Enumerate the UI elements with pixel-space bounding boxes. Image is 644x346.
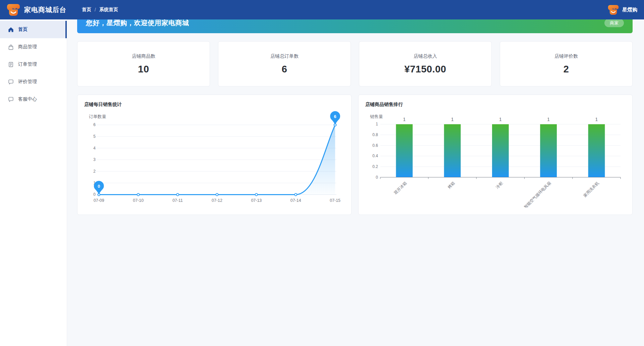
svg-text:冷柜: 冷柜 [495,181,504,190]
svg-text:1: 1 [499,117,502,122]
breadcrumb-current[interactable]: 系统首页 [99,7,118,13]
svg-text:0: 0 [98,184,100,189]
svg-text:销售量: 销售量 [370,114,383,119]
breadcrumb-separator: / [95,7,96,12]
charts-row: 店铺每日销售统计 订单数量012345607-0907-1007-1107-12… [77,95,633,215]
svg-text:0.6: 0.6 [372,143,378,148]
user-menu[interactable]: 星熠购 [608,5,637,15]
app-title: 家电商城后台 [24,5,66,14]
bar-chart-svg: 销售量00.20.40.60.811双开冰箱1烤箱1冷柜1智能空气循环电风扇1家… [365,110,626,208]
line-chart-svg: 订单数量012345607-0907-1007-1107-1207-1307-1… [84,110,344,208]
sidebar-item-label: 客服中心 [18,96,37,102]
stats-row: 店铺商品数 10 店铺总订单数 6 店铺总收入 ¥7150.00 店铺评价数 2 [77,41,633,86]
svg-text:6: 6 [93,122,96,127]
sidebar: 首页 商品管理 订单管理 评价管理 [0,19,67,346]
stat-card-revenue: 店铺总收入 ¥7150.00 [359,41,492,86]
stat-label: 店铺总收入 [414,53,437,59]
svg-text:1: 1 [376,122,378,127]
top-navbar: 家电商城后台 首页 / 系统首页 星熠购 [0,0,644,19]
storefront-logo-icon [7,4,20,16]
svg-text:4: 4 [93,146,96,151]
stat-label: 店铺总订单数 [270,53,299,59]
svg-text:1: 1 [451,117,454,122]
svg-text:07-10: 07-10 [133,198,144,203]
username: 星熠购 [622,7,637,13]
svg-text:0.8: 0.8 [372,132,378,137]
sidebar-item-label: 评价管理 [18,79,37,85]
sidebar-item-home[interactable]: 首页 [0,21,67,38]
svg-text:2: 2 [93,169,96,174]
daily-sales-chart-card: 店铺每日销售统计 订单数量012345607-0907-1007-1107-12… [77,95,352,215]
svg-text:5: 5 [93,134,96,139]
stat-value: 10 [138,64,149,75]
sidebar-item-support[interactable]: 客服中心 [0,91,67,108]
svg-text:0.2: 0.2 [372,164,378,169]
svg-text:07-09: 07-09 [94,198,104,203]
merchant-badge: 商家 [604,19,624,27]
chart-title: 店铺每日销售统计 [84,102,344,108]
svg-text:07-14: 07-14 [290,198,301,203]
comment-icon [8,79,14,85]
svg-text:0.4: 0.4 [372,154,378,158]
stat-value: ¥7150.00 [405,64,446,75]
svg-text:3: 3 [93,157,96,162]
sidebar-item-products[interactable]: 商品管理 [0,38,67,56]
svg-text:智能空气循环电风扇: 智能空气循环电风扇 [523,181,552,208]
svg-text:07-11: 07-11 [172,198,183,203]
document-icon [8,62,14,67]
chart-title: 店铺商品销售排行 [365,102,626,108]
sidebar-item-reviews[interactable]: 评价管理 [0,73,67,91]
svg-text:07-15: 07-15 [330,198,340,203]
svg-text:07-13: 07-13 [251,198,262,203]
stat-card-product-count: 店铺商品数 10 [77,41,210,86]
stat-value: 6 [282,64,287,75]
svg-text:烤箱: 烤箱 [446,181,456,190]
greeting-text: 您好，星熠购，欢迎使用家电商城 [86,18,189,27]
chat-icon [8,97,14,102]
svg-text:07-12: 07-12 [212,198,222,203]
svg-text:0: 0 [376,175,378,180]
svg-text:家用洗衣机: 家用洗衣机 [582,181,600,198]
svg-text:双开冰箱: 双开冰箱 [393,181,408,195]
stat-label: 店铺商品数 [132,53,155,59]
brand: 家电商城后台 [7,4,66,16]
main-content: 您好，星熠购，欢迎使用家电商城 商家 店铺商品数 10 店铺总订单数 6 店铺总… [67,0,644,215]
sidebar-item-orders[interactable]: 订单管理 [0,56,67,73]
breadcrumb-home[interactable]: 首页 [82,7,91,13]
svg-text:0: 0 [93,192,96,197]
stat-card-order-count: 店铺总订单数 6 [218,41,351,86]
product-ranking-chart-card: 店铺商品销售排行 销售量00.20.40.60.811双开冰箱1烤箱1冷柜1智能… [358,95,633,215]
sidebar-item-label: 订单管理 [18,61,37,67]
svg-text:1: 1 [403,117,406,122]
home-icon [8,27,14,33]
sidebar-item-label: 首页 [18,26,28,33]
user-avatar [608,5,619,15]
breadcrumb: 首页 / 系统首页 [82,7,118,13]
stat-value: 2 [564,64,569,75]
svg-text:订单数量: 订单数量 [89,114,106,119]
stat-label: 店铺评价数 [554,53,578,59]
stat-card-review-count: 店铺评价数 2 [500,41,633,86]
svg-text:6: 6 [334,114,336,119]
svg-text:1: 1 [595,117,598,122]
svg-text:1: 1 [547,117,550,122]
bag-icon [8,44,14,50]
sidebar-item-label: 商品管理 [18,44,37,50]
